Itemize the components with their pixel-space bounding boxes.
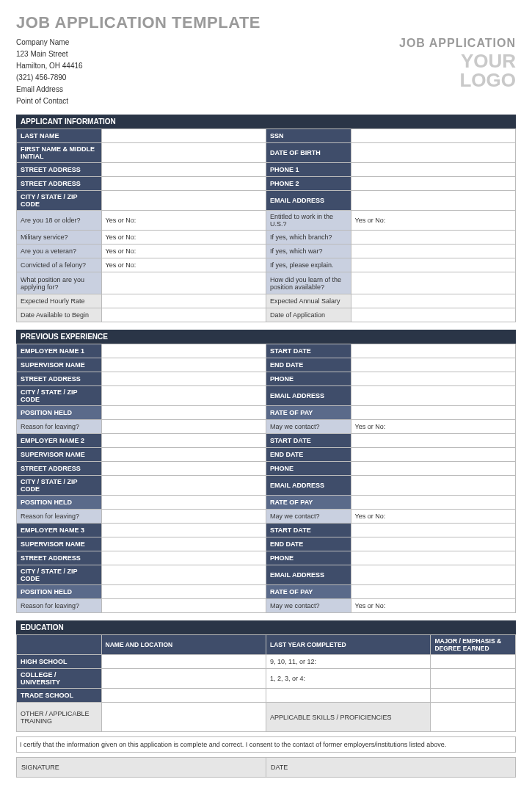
val-felony[interactable]: Yes or No: [101,258,266,272]
val-lastname[interactable] [101,129,266,143]
val-pos1[interactable] [101,406,266,420]
val-street1[interactable] [101,163,266,177]
val-csz3[interactable] [101,565,266,585]
lbl-learn: How did you learn of the position availa… [266,272,351,294]
val-ph3[interactable] [351,551,515,565]
val-emp1[interactable] [101,344,266,358]
val-phone1[interactable] [351,163,515,177]
val-str3[interactable] [101,551,266,565]
val-reason3[interactable] [101,599,266,613]
lbl-trade: TRADE SCHOOL [17,689,102,703]
val-contact2[interactable]: Yes or No: [351,510,515,524]
val-hourly[interactable] [101,294,266,308]
lbl-emp2: EMPLOYER NAME 2 [17,434,102,448]
val-reason2[interactable] [101,510,266,524]
company-poc: Point of Contact [16,95,83,107]
val-hs-year[interactable]: 9, 10, 11, or 12: [266,655,430,669]
val-pos2[interactable] [101,496,266,510]
val-ph2[interactable] [351,462,515,476]
val-end2[interactable] [351,448,515,462]
val-end1[interactable] [351,358,515,372]
val-start3[interactable] [351,524,515,537]
val-sup2[interactable] [101,448,266,462]
val-other[interactable] [101,703,266,732]
lbl-email: EMAIL ADDRESS [266,191,351,211]
val-branch[interactable] [351,231,515,245]
val-hs-name[interactable] [101,655,266,669]
val-learn[interactable] [351,272,515,294]
lbl-end3: END DATE [266,537,351,551]
val-ssn[interactable] [351,129,515,143]
val-firstname[interactable] [101,143,266,163]
lbl-emp3: EMPLOYER NAME 3 [17,524,102,537]
val-em2[interactable] [351,476,515,496]
lbl-ph2: PHONE [266,462,351,476]
val-explain[interactable] [351,258,515,272]
val-appdate[interactable] [351,308,515,322]
val-col-name[interactable] [101,669,266,689]
val-csz1[interactable] [101,386,266,406]
val-veteran[interactable]: Yes or No: [101,245,266,258]
lbl-contact1: May we contact? [266,420,351,434]
val-entitled[interactable]: Yes or No: [351,211,515,231]
lbl-dob: DATE OF BIRTH [266,143,351,163]
val-trade-name[interactable] [101,689,266,703]
lbl-start1: START DATE [266,344,351,358]
val-dob[interactable] [351,143,515,163]
val-rate2[interactable] [351,496,515,510]
val-start1[interactable] [351,344,515,358]
val-email[interactable] [351,191,515,211]
val-trade-major[interactable] [431,689,516,703]
val-str1[interactable] [101,372,266,386]
val-salary[interactable] [351,294,515,308]
lbl-pos1: POSITION HELD [17,406,102,420]
val-col-year[interactable]: 1, 2, 3, or 4: [266,669,430,689]
lbl-entitled: Entitled to work in the U.S.? [266,211,351,231]
lbl-18: Are you 18 or older? [17,211,102,231]
lbl-lastname: LAST NAME [17,129,102,143]
val-skills[interactable] [431,703,516,732]
val-str2[interactable] [101,462,266,476]
val-trade-year[interactable] [266,689,430,703]
val-sup1[interactable] [101,358,266,372]
val-hs-major[interactable] [431,655,516,669]
val-military[interactable]: Yes or No: [101,231,266,245]
company-name: Company Name [16,37,83,48]
lbl-pos2: POSITION HELD [17,496,102,510]
lbl-str3: STREET ADDRESS [17,551,102,565]
lbl-csz2: CITY / STATE / ZIP CODE [17,476,102,496]
val-position[interactable] [101,272,266,294]
lbl-pos3: POSITION HELD [17,585,102,599]
section-applicant: APPLICANT INFORMATION [16,115,516,128]
signature-field[interactable]: SIGNATURE [16,757,266,778]
val-start2[interactable] [351,434,515,448]
val-reason1[interactable] [101,420,266,434]
val-sup3[interactable] [101,537,266,551]
val-contact1[interactable]: Yes or No: [351,420,515,434]
val-csz2[interactable] [101,476,266,496]
date-field[interactable]: DATE [266,757,516,778]
val-phone2[interactable] [351,177,515,191]
val-contact3[interactable]: Yes or No: [351,599,515,613]
val-war[interactable] [351,245,515,258]
val-rate3[interactable] [351,585,515,599]
heading-jobapp: JOB APPLICATION [399,37,516,50]
val-rate1[interactable] [351,406,515,420]
val-csz[interactable] [101,191,266,211]
lbl-ssn: SSN [266,129,351,143]
company-info: Company Name 123 Main Street Hamilton, O… [16,37,83,107]
lbl-end2: END DATE [266,448,351,462]
val-pos3[interactable] [101,585,266,599]
lbl-reason1: Reason for leaving? [17,420,102,434]
val-18[interactable]: Yes or No: [101,211,266,231]
val-avail[interactable] [101,308,266,322]
val-street2[interactable] [101,177,266,191]
lbl-contact2: May we contact? [266,510,351,524]
val-em3[interactable] [351,565,515,585]
val-emp2[interactable] [101,434,266,448]
val-col-major[interactable] [431,669,516,689]
val-emp3[interactable] [101,524,266,537]
val-em1[interactable] [351,386,515,406]
val-end3[interactable] [351,537,515,551]
val-ph1[interactable] [351,372,515,386]
